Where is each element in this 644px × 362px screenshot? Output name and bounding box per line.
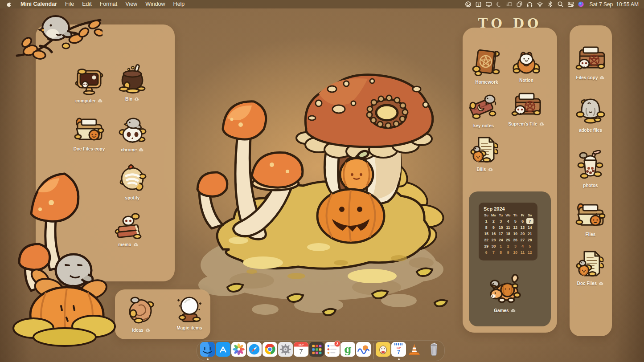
calendar-day[interactable]: 30 xyxy=(490,243,497,249)
calendar-day[interactable]: 14 xyxy=(526,224,533,230)
desktop-icon-doc-files[interactable]: Doc Files xyxy=(566,248,615,286)
desktop-icon-ideas[interactable]: ideas xyxy=(117,295,166,333)
calendar-day[interactable]: 1 xyxy=(497,243,505,249)
desktop-icon-bills[interactable]: Bills xyxy=(460,134,509,172)
desktop-icon-spotify[interactable]: spotify xyxy=(108,163,157,200)
calendar-widget[interactable]: Sep 2024 SuMoTuWeThFrSa12345678910111213… xyxy=(479,203,537,260)
calendar-day[interactable]: 3 xyxy=(512,243,519,249)
dock-reminders-icon[interactable]: 3 xyxy=(324,340,340,361)
desktop-icon-files[interactable]: Files xyxy=(566,199,615,237)
wifi-status-icon[interactable] xyxy=(535,1,545,8)
computer-icon xyxy=(73,65,105,98)
dock-safari-icon[interactable] xyxy=(246,340,262,361)
desktop-icon-computer[interactable]: computer xyxy=(65,65,114,103)
calendar-day[interactable]: 9 xyxy=(505,249,512,255)
calendar-day[interactable]: 6 xyxy=(519,218,526,224)
dock-app-store-icon[interactable] xyxy=(215,340,231,361)
calendar-day[interactable]: 25 xyxy=(505,237,512,243)
dock-character-app-icon[interactable] xyxy=(375,340,391,361)
calendar-day[interactable]: 6 xyxy=(483,249,490,255)
desktop-icon-games[interactable]: Games xyxy=(480,271,529,313)
desktop-icon-magic-items[interactable]: Magic items xyxy=(165,293,214,330)
calendar-day[interactable]: 16 xyxy=(490,231,497,236)
window-copy-status-icon[interactable] xyxy=(514,1,525,8)
creative-cloud-status-icon[interactable] xyxy=(463,1,473,8)
calendar-status-icon[interactable]: 7 xyxy=(473,1,484,8)
calendar-day[interactable]: 2 xyxy=(490,218,497,224)
calendar-day[interactable]: 15 xyxy=(483,231,490,236)
desktop-icon-doc-files-copy[interactable]: Doc Files copy xyxy=(65,114,114,151)
calendar-day[interactable]: 13 xyxy=(519,224,526,230)
desktop-icon-key-notes[interactable]: key notes xyxy=(459,90,508,128)
calendar-day[interactable]: 4 xyxy=(519,243,526,249)
calendar-day[interactable]: 10 xyxy=(497,224,505,230)
calendar-day[interactable]: 5 xyxy=(512,218,519,224)
calendar-day[interactable]: 3 xyxy=(497,218,505,224)
menu-item-format[interactable]: Format xyxy=(96,0,122,8)
calendar-day[interactable]: 11 xyxy=(505,224,512,230)
calendar-day[interactable]: 24 xyxy=(497,237,505,243)
search-status-icon[interactable] xyxy=(555,1,566,8)
dock-finder-icon[interactable] xyxy=(200,340,215,361)
dock-system-settings-icon[interactable] xyxy=(278,340,293,361)
stage-manager-status-icon[interactable] xyxy=(504,1,514,8)
dock-separator xyxy=(424,343,424,359)
dock-vlc-icon[interactable] xyxy=(406,340,422,361)
display-status-icon[interactable] xyxy=(484,1,494,8)
desktop-icon-chrome[interactable]: chrome xyxy=(108,114,157,152)
desktop-icon-notion[interactable]: Notion xyxy=(502,45,551,83)
apple-menu-icon[interactable] xyxy=(5,1,16,8)
calendar-day[interactable]: 26 xyxy=(512,237,519,243)
calendar-day[interactable]: 8 xyxy=(497,249,505,255)
menu-app-name[interactable]: Mini Calendar xyxy=(16,0,61,8)
siri-status-icon[interactable] xyxy=(576,1,586,8)
dock-green-g-app-icon[interactable]: g xyxy=(340,340,356,361)
desktop-icon-photos[interactable]: photos xyxy=(566,150,615,188)
calendar-day[interactable]: 23 xyxy=(490,237,497,243)
desktop-icon-adobe-files[interactable]: adobe files xyxy=(566,95,615,133)
menu-item-window[interactable]: Window xyxy=(141,0,169,8)
calendar-day[interactable]: 21 xyxy=(526,231,533,236)
desktop-icon-bin[interactable]: Bin xyxy=(108,64,157,102)
calendar-day[interactable]: 10 xyxy=(512,249,519,255)
menu-clock[interactable]: Sat 7 Sep 10:55 AM xyxy=(590,1,639,8)
calendar-day[interactable]: 22 xyxy=(483,237,490,243)
desktop-icon-files-copy[interactable]: Files copy xyxy=(566,42,615,80)
dock-photos-app-icon[interactable] xyxy=(231,340,246,361)
menu-item-help[interactable]: Help xyxy=(169,0,189,8)
dock-drawing-app-icon[interactable] xyxy=(356,340,371,361)
icon-label: Doc Files xyxy=(577,281,597,286)
calendar-day[interactable]: 11 xyxy=(519,249,526,255)
menu-item-view[interactable]: View xyxy=(121,0,141,8)
calendar-day[interactable]: 4 xyxy=(505,218,512,224)
dock-launchpad-icon[interactable] xyxy=(309,340,324,361)
calendar-day[interactable]: 5 xyxy=(526,243,533,249)
calendar-day[interactable]: 19 xyxy=(512,231,519,236)
calendar-day[interactable]: 29 xyxy=(483,243,490,249)
dock-mini-calendar-app-icon[interactable]: SEP7 xyxy=(391,340,406,361)
calendar-day[interactable]: 17 xyxy=(497,231,505,236)
desktop-icon-suprem-s-file[interactable]: Suprem's File xyxy=(502,89,551,126)
calendar-day[interactable]: 18 xyxy=(505,231,512,236)
calendar-day[interactable]: 28 xyxy=(526,237,533,243)
calendar-day[interactable]: 8 xyxy=(483,224,490,230)
calendar-day[interactable]: 20 xyxy=(519,231,526,236)
control-center-status-icon[interactable] xyxy=(566,1,576,8)
menu-item-file[interactable]: File xyxy=(61,0,78,8)
calendar-day[interactable]: 7 xyxy=(490,249,497,255)
dock-chrome-app-icon[interactable] xyxy=(262,340,278,361)
dock-calendar-app-icon[interactable]: SEP7 xyxy=(293,340,309,361)
bluetooth-status-icon[interactable] xyxy=(545,1,555,8)
dock-trash-icon[interactable] xyxy=(426,340,442,361)
moon-status-icon[interactable] xyxy=(494,1,504,8)
calendar-day-selected[interactable]: 7 xyxy=(526,218,533,224)
calendar-day[interactable]: 12 xyxy=(526,249,533,255)
calendar-day[interactable]: 1 xyxy=(483,218,490,224)
calendar-day[interactable]: 27 xyxy=(519,237,526,243)
headphones-status-icon[interactable] xyxy=(525,1,535,8)
menu-item-edit[interactable]: Edit xyxy=(78,0,96,8)
calendar-day[interactable]: 2 xyxy=(505,243,512,249)
desktop-icon-memo[interactable]: memo xyxy=(104,209,153,247)
calendar-day[interactable]: 9 xyxy=(490,224,497,230)
calendar-day[interactable]: 12 xyxy=(512,224,519,230)
